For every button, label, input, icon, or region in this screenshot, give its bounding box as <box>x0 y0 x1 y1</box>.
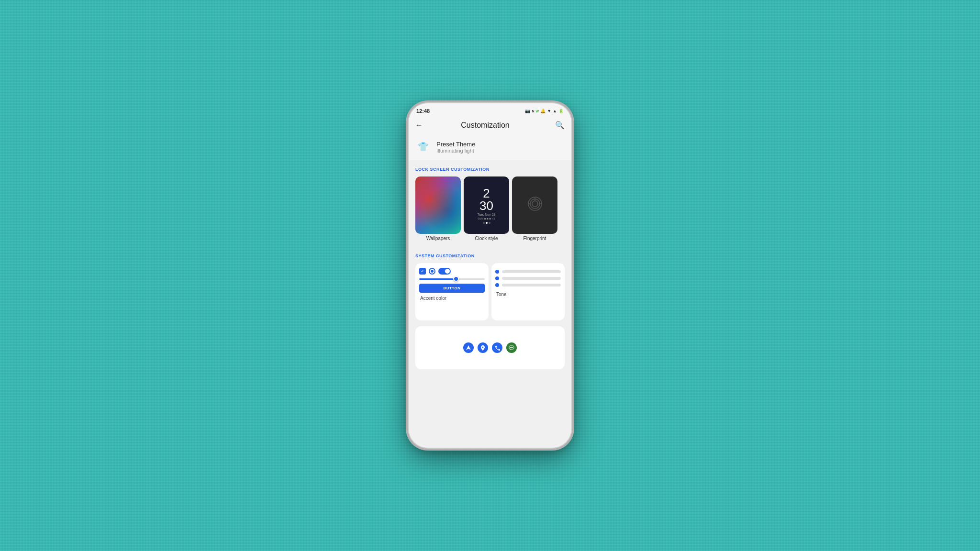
clock-style-preview: 2 30 Tue, Nov 29 95% ■ ■ ■ +3 <box>464 176 509 234</box>
phone-screen: 12:48 📷 N W 🔔 ▼ ▲ 🔋 ← Customization 🔍 <box>409 103 571 448</box>
lock-screen-section-header: LOCK SCREEN CUSTOMIZATION <box>409 163 571 174</box>
clock-date: Tue, Nov 29 <box>478 213 496 216</box>
clock-info: 95% ■ ■ ■ +3 <box>478 217 495 220</box>
svg-point-10 <box>511 347 512 348</box>
icon-style-row <box>409 323 571 372</box>
bell-icon: 🔔 <box>540 109 546 113</box>
wifi-calling-icon: W <box>536 110 539 113</box>
svg-marker-6 <box>466 345 471 350</box>
clock-dots <box>483 222 490 224</box>
nav-icon <box>463 342 474 353</box>
clock-hour: 2 <box>483 187 490 199</box>
search-button[interactable]: 🔍 <box>555 121 565 130</box>
tone-bar-2 <box>502 277 561 280</box>
fingerprint-label: Fingerprint <box>512 236 557 241</box>
accent-color-label: Accent color <box>419 296 485 301</box>
tone-label: Tone <box>495 292 561 297</box>
tone-card[interactable]: Tone <box>491 263 565 320</box>
clock-minute: 30 <box>479 199 493 212</box>
status-time: 12:48 <box>416 108 430 114</box>
tone-content <box>495 268 561 289</box>
system-customization-section: SYSTEM CUSTOMIZATION ✓ <box>409 250 571 376</box>
tone-row-2 <box>495 276 561 280</box>
svg-point-9 <box>510 347 511 348</box>
status-bar: 12:48 📷 N W 🔔 ▼ ▲ 🔋 <box>409 103 571 117</box>
phone-frame: 12:48 📷 N W 🔔 ▼ ▲ 🔋 ← Customization 🔍 <box>409 103 571 448</box>
fingerprint-preview <box>512 176 557 234</box>
battery-icon: 🔋 <box>558 109 564 113</box>
wallpaper-image <box>415 176 461 234</box>
messages-icon <box>506 342 517 353</box>
lock-screen-section: LOCK SCREEN CUSTOMIZATION Wallpapers <box>409 163 571 250</box>
clock-style-card[interactable]: 2 30 Tue, Nov 29 95% ■ ■ ■ +3 <box>464 176 509 241</box>
page-title: Customization <box>419 121 551 130</box>
scene: 12:48 📷 N W 🔔 ▼ ▲ 🔋 ← Customization 🔍 <box>0 0 980 551</box>
toggle-knob <box>445 269 450 274</box>
accent-slider[interactable] <box>419 278 485 280</box>
accent-controls-row1: ✓ <box>419 268 485 275</box>
icon-style-icons <box>419 331 561 364</box>
fingerprint-card[interactable]: Fingerprint <box>512 176 557 241</box>
clock-dot-1 <box>483 222 485 224</box>
signal-icon: ▲ <box>553 109 557 113</box>
nfc-icon: N <box>532 110 534 113</box>
lock-screen-cards: Wallpapers 2 30 Tue, Nov 29 95% ■ ■ ■ +3 <box>409 174 571 246</box>
clock-dot-3 <box>489 222 490 224</box>
clock-style-label: Clock style <box>464 236 509 241</box>
preset-theme-subtitle: Illuminating light <box>436 148 475 154</box>
tone-bar-1 <box>502 270 561 273</box>
radio-inner <box>431 270 434 273</box>
accent-controls: ✓ <box>419 268 485 293</box>
wifi-icon: ▼ <box>547 109 551 113</box>
wallpapers-label: Wallpapers <box>415 236 461 241</box>
accent-color-card[interactable]: ✓ <box>415 263 489 320</box>
system-section-header: SYSTEM CUSTOMIZATION <box>409 250 571 260</box>
checkbox-control[interactable]: ✓ <box>419 268 426 275</box>
system-cards-row: ✓ <box>409 260 571 323</box>
accent-button[interactable]: BUTTON <box>419 284 485 293</box>
toggle-control[interactable] <box>438 268 451 275</box>
app-bar: ← Customization 🔍 <box>409 117 571 133</box>
svg-point-8 <box>482 347 484 348</box>
svg-point-11 <box>512 347 513 348</box>
tone-bar-3 <box>502 284 561 287</box>
preset-theme-text: Preset Theme Illuminating light <box>436 141 475 154</box>
icon-style-card[interactable] <box>415 326 565 369</box>
preset-theme-icon: 👕 <box>415 139 431 154</box>
preset-theme-title: Preset Theme <box>436 141 475 148</box>
scroll-content[interactable]: 👕 Preset Theme Illuminating light LOCK S… <box>409 133 571 448</box>
tone-dot-1 <box>495 270 499 274</box>
location-icon <box>478 342 488 353</box>
accent-slider-knob <box>453 276 459 282</box>
tone-row-1 <box>495 270 561 274</box>
radio-control[interactable] <box>429 268 435 275</box>
camera-icon: 📷 <box>525 109 530 113</box>
wallpapers-preview <box>415 176 461 234</box>
preset-theme-row[interactable]: 👕 Preset Theme Illuminating light <box>409 133 571 160</box>
fingerprint-display <box>512 176 557 234</box>
tone-row-3 <box>495 283 561 287</box>
wallpapers-card[interactable]: Wallpapers <box>415 176 461 241</box>
phone-icon <box>492 342 502 353</box>
tone-dot-2 <box>495 276 499 280</box>
fingerprint-icon <box>525 194 545 217</box>
svg-point-2 <box>532 201 538 207</box>
clock-dot-2 <box>486 222 488 224</box>
status-icons: 📷 N W 🔔 ▼ ▲ 🔋 <box>525 109 564 113</box>
clock-display: 2 30 Tue, Nov 29 95% ■ ■ ■ +3 <box>464 176 509 234</box>
tone-dot-3 <box>495 283 499 287</box>
